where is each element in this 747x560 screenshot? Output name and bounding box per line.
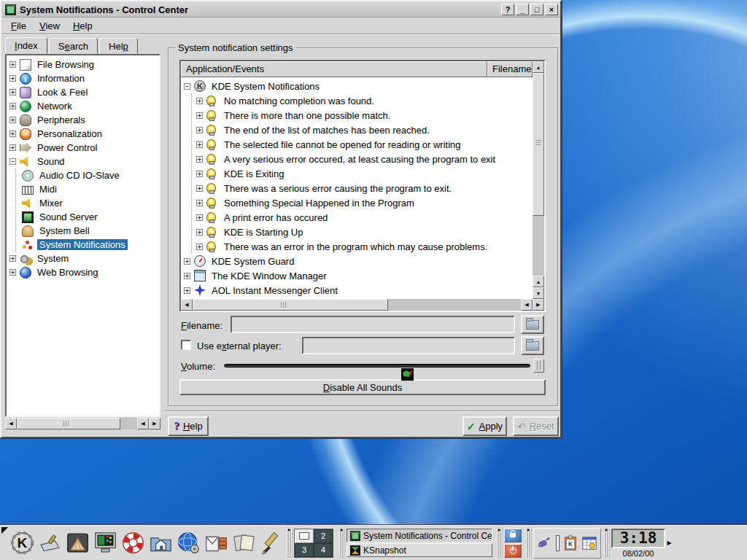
reset-button[interactable]: ↶ Reset <box>513 416 559 436</box>
close-button[interactable]: × <box>545 4 558 15</box>
clock-applet[interactable]: 3:18 08/02/00 <box>611 529 665 558</box>
expand-icon[interactable]: + <box>196 229 203 236</box>
apply-button[interactable]: ✓ Apply <box>462 416 507 436</box>
list-item-event[interactable]: + KDE is Exiting <box>192 166 533 181</box>
expander-icon[interactable]: + <box>9 117 16 123</box>
list-item-kde-window-manager[interactable]: + The KDE Window Manager <box>181 268 533 283</box>
tab-index[interactable]: Index <box>5 37 47 54</box>
mail-button[interactable] <box>202 529 230 558</box>
expander-icon[interactable]: + <box>9 61 16 68</box>
expander-icon[interactable]: + <box>9 144 16 151</box>
k-menu-button[interactable]: K <box>8 529 36 558</box>
panel-hide-arrow-left-icon[interactable] <box>1 527 8 534</box>
applet-handle[interactable] <box>339 529 345 558</box>
expand-icon[interactable]: + <box>196 127 203 133</box>
sidebar-item-midi[interactable]: Midi <box>16 182 159 196</box>
sidebar-item-mixer[interactable]: Mixer <box>16 196 159 210</box>
digital-clock[interactable]: 3:18 <box>611 529 665 548</box>
sidebar-item-file-browsing[interactable]: + File Browsing <box>7 58 159 71</box>
expander-icon[interactable]: + <box>9 269 16 276</box>
help-button[interactable]: ? Help <box>168 416 209 436</box>
list-item-event[interactable]: + KDE is Starting Up <box>192 225 533 239</box>
tab-help[interactable]: Help <box>99 38 138 54</box>
expander-icon[interactable]: + <box>9 75 16 82</box>
sidebar-item-sound-server[interactable]: Sound Server <box>16 210 159 224</box>
list-item-event[interactable]: + The end of the list of matches has bee… <box>192 122 533 137</box>
maximize-button[interactable]: □ <box>530 4 543 15</box>
system-monitor-button[interactable] <box>91 529 119 558</box>
scrollbar-thumb[interactable] <box>533 73 544 216</box>
scroll-left-icon[interactable]: ◀ <box>137 418 149 429</box>
pager-desktop-4[interactable]: 4 <box>314 543 333 557</box>
sidebar-item-system-notifications[interactable]: System Notifications <box>16 238 159 252</box>
home-folder-button[interactable] <box>147 529 174 558</box>
volume-slider-handle[interactable] <box>533 359 544 373</box>
sidebar-item-look-feel[interactable]: + Look & Feel <box>7 85 159 99</box>
external-player-browse-button[interactable] <box>521 336 544 355</box>
list-item-event[interactable]: + Something Special Happened in the Prog… <box>192 195 533 210</box>
applet-handle[interactable] <box>287 529 293 558</box>
menu-file[interactable]: File <box>4 18 33 34</box>
list-item-event[interactable]: + There was an error in the program whic… <box>192 239 533 254</box>
scroll-right-icon[interactable]: ▶ <box>533 299 544 311</box>
scroll-right-icon[interactable]: ▶ <box>149 418 160 429</box>
list-item-event[interactable]: + There was a serious error causing the … <box>192 181 533 195</box>
sidebar-item-personalization[interactable]: + Personalization <box>7 127 159 141</box>
list-item-event[interactable]: + The selected file cannot be opened for… <box>192 137 533 152</box>
scroll-left-icon[interactable]: ◀ <box>521 299 533 311</box>
applet-handle[interactable] <box>604 529 610 558</box>
pager-desktop-3[interactable]: 3 <box>295 543 314 557</box>
sidebar-item-system[interactable]: + System <box>7 252 159 265</box>
scroll-up-icon[interactable]: ▲ <box>533 61 544 73</box>
scroll-up-icon[interactable]: ▲ <box>533 276 544 287</box>
show-desktop-button[interactable] <box>36 529 63 558</box>
scroll-left-icon[interactable]: ◀ <box>5 418 17 429</box>
help-titlebar-button[interactable]: ? <box>501 4 514 15</box>
scrollbar-thumb[interactable] <box>17 418 120 429</box>
panel-hide-arrow-right-icon[interactable]: ▶ <box>665 528 673 559</box>
filename-input[interactable] <box>231 316 515 333</box>
sidebar-item-sound[interactable]: - Sound <box>7 155 159 168</box>
text-cursor-icon[interactable] <box>556 535 560 551</box>
list-item-kde-system-guard[interactable]: + KDE System Guard <box>181 254 533 268</box>
list-item-event[interactable]: + There is more than one possible match. <box>192 108 533 122</box>
pager-desktop-1[interactable] <box>295 529 314 543</box>
expand-icon[interactable]: + <box>196 156 203 163</box>
expand-icon[interactable]: + <box>184 287 190 294</box>
konqueror-button[interactable] <box>174 529 202 558</box>
sidebar-item-power-control[interactable]: + Power Control <box>7 141 159 155</box>
list-item-aol-instant-messenger[interactable]: + AOL Instant Messenger Client <box>181 283 533 298</box>
expand-icon[interactable]: + <box>196 200 203 206</box>
tab-search[interactable]: Search <box>49 38 98 54</box>
use-external-player-label[interactable]: Use external player: <box>197 341 282 351</box>
expander-icon[interactable]: + <box>9 103 16 109</box>
expand-icon[interactable]: + <box>184 273 190 279</box>
list-item-kde-system-notifications[interactable]: - KDE System Notifications <box>181 79 533 93</box>
external-player-input[interactable] <box>302 337 515 354</box>
sidebar-item-web-browsing[interactable]: + Web Browsing <box>7 265 159 279</box>
titlebar[interactable]: System Notifications - Control Center ? … <box>2 2 560 18</box>
filename-browse-button[interactable] <box>521 315 544 334</box>
applet-handle[interactable] <box>497 529 503 558</box>
expand-icon[interactable]: + <box>196 244 203 250</box>
scrollbar-track[interactable] <box>388 299 521 311</box>
klipper-icon[interactable]: K̅ <box>562 535 578 551</box>
expander-icon[interactable]: - <box>9 158 16 165</box>
disable-all-sounds-button[interactable]: Disable All Sounds <box>179 379 546 395</box>
konsole-button[interactable] <box>63 529 91 558</box>
sidebar-item-information[interactable]: + Information <box>7 71 159 85</box>
scroll-left-icon[interactable]: ◀ <box>181 299 193 311</box>
scrollbar-thumb[interactable] <box>193 299 388 311</box>
sidebar-item-audio-cd[interactable]: Audio CD IO-Slave <box>16 168 159 182</box>
expander-icon[interactable]: + <box>9 89 16 96</box>
list-item-event[interactable]: + A print error has occured <box>192 210 533 225</box>
list-item-event[interactable]: + A very serious error occured, at least… <box>192 152 533 166</box>
taskbar-window-control-center[interactable]: System Notifications - Control Cente <box>347 529 492 542</box>
expand-icon[interactable]: + <box>196 185 203 192</box>
scrollbar-track[interactable] <box>120 418 137 429</box>
taskbar-window-ksnapshot[interactable]: KSnapshot <box>347 543 492 557</box>
logout-button[interactable] <box>504 544 522 558</box>
sidebar-item-system-bell[interactable]: System Bell <box>16 224 159 238</box>
expand-icon[interactable]: + <box>196 171 203 177</box>
minimize-button[interactable]: _ <box>516 4 529 15</box>
